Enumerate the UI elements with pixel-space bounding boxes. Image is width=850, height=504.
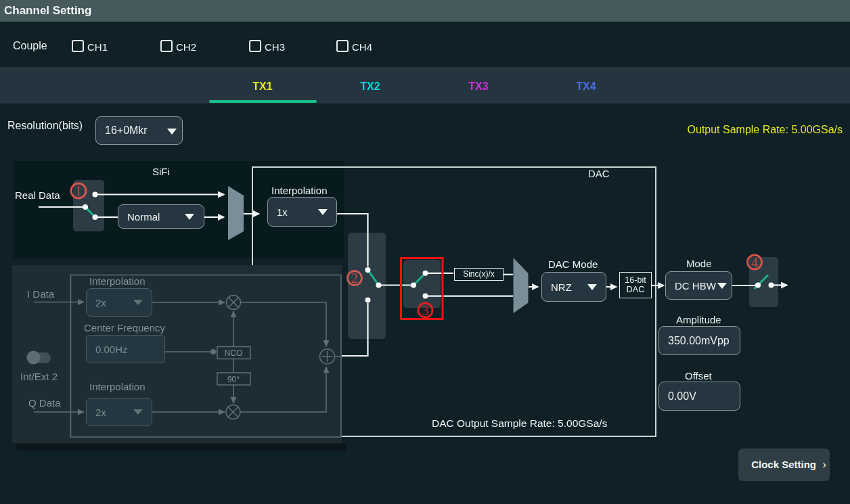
svg-text:NCO: NCO	[225, 348, 243, 358]
svg-text:2: 2	[351, 271, 358, 285]
svg-text:1: 1	[75, 183, 82, 198]
svg-text:90°: 90°	[227, 375, 240, 384]
svg-text:3: 3	[422, 303, 429, 318]
svg-text:4: 4	[751, 255, 758, 270]
